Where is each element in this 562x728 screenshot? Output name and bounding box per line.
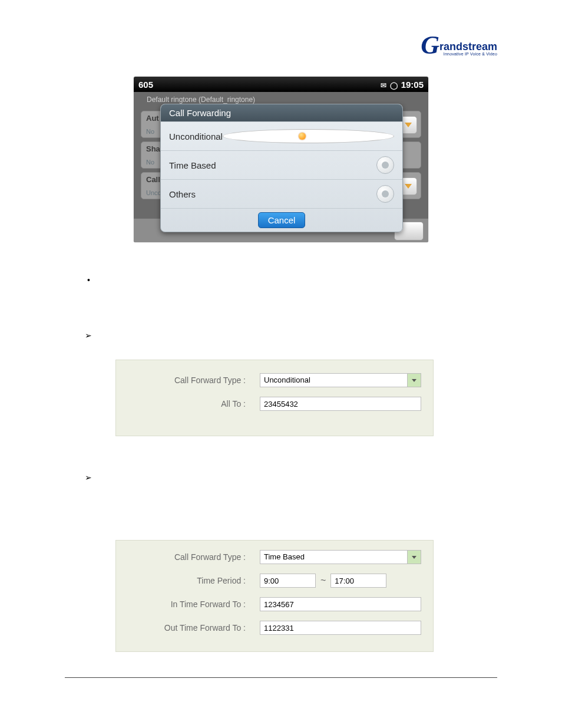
input-time-from[interactable] xyxy=(260,574,316,588)
label-all-to: All To : xyxy=(128,399,260,409)
label-out-time: Out Time Forward To : xyxy=(128,623,260,633)
phone-screenshot: 605 19:05 Default ringtone (Default_ring… xyxy=(134,77,428,242)
input-time-to[interactable] xyxy=(330,574,386,588)
form-unconditional: Call Forward Type : Unconditional All To… xyxy=(115,360,434,436)
radio-icon[interactable] xyxy=(223,129,394,143)
chevron-icon: ➢ xyxy=(85,331,92,340)
headset-icon xyxy=(390,80,398,90)
brand-name: randstream xyxy=(439,41,497,52)
select-value: Time Based xyxy=(264,552,305,561)
bg-row-sub: Unco xyxy=(146,189,161,196)
account-number: 605 xyxy=(138,80,381,90)
dialog-title: Call Forwarding xyxy=(161,104,402,121)
cancel-button[interactable]: Cancel xyxy=(258,212,306,228)
radio-icon[interactable] xyxy=(376,156,394,174)
option-label: Others xyxy=(169,189,196,199)
option-time-based[interactable]: Time Based xyxy=(161,150,402,179)
ringtone-line: Default ringtone (Default_ringtone) xyxy=(147,95,255,104)
brand-g-icon: G xyxy=(421,38,439,53)
option-unconditional[interactable]: Unconditional xyxy=(161,121,402,150)
label-type: Call Forward Type : xyxy=(128,375,260,385)
bg-row-sub: No xyxy=(146,159,154,166)
input-all-to[interactable] xyxy=(260,397,421,411)
bg-row-sub: No xyxy=(146,128,154,135)
brand-logo: Grandstream Innovative IP Voice & Video xyxy=(421,34,497,56)
call-forwarding-dialog: Call Forwarding Unconditional Time Based… xyxy=(160,104,403,232)
label-in-time: In Time Forward To : xyxy=(128,599,260,609)
voicemail-icon xyxy=(381,80,386,90)
option-label: Unconditional xyxy=(169,131,223,141)
label-type: Call Forward Type : xyxy=(128,552,260,562)
form-time-based: Call Forward Type : Time Based Time Peri… xyxy=(115,540,434,652)
select-value: Unconditional xyxy=(264,375,310,384)
status-bar: 605 19:05 xyxy=(134,77,428,92)
radio-icon[interactable] xyxy=(376,185,394,203)
clock: 19:05 xyxy=(401,80,424,90)
label-period: Time Period : xyxy=(128,576,260,585)
option-label: Time Based xyxy=(169,160,216,170)
select-forward-type[interactable]: Time Based xyxy=(260,550,421,564)
input-in-time[interactable] xyxy=(260,597,421,611)
bg-row-title: Sha xyxy=(146,144,160,153)
tilde: ~ xyxy=(318,575,328,586)
select-forward-type[interactable]: Unconditional xyxy=(260,373,421,387)
chevron-down-icon xyxy=(407,374,421,387)
bg-row-title: Call xyxy=(146,175,160,184)
footer-rule xyxy=(65,677,497,678)
chevron-down-icon xyxy=(407,551,421,564)
chevron-icon: ➢ xyxy=(85,473,92,482)
input-out-time[interactable] xyxy=(260,621,421,635)
bullet-icon: • xyxy=(87,275,90,285)
bg-row-title: Aut xyxy=(146,114,159,123)
option-others[interactable]: Others xyxy=(161,179,402,208)
